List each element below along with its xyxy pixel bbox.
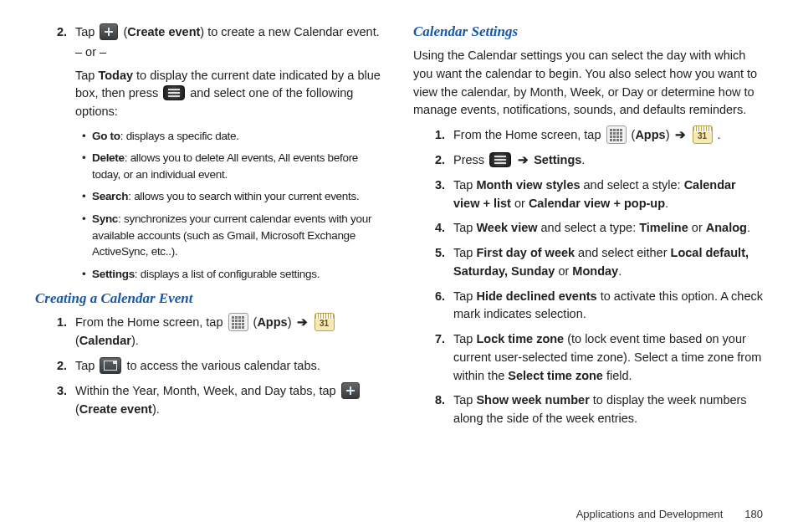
options-bullets: Go to: displays a specific date. Delete:… <box>35 128 385 283</box>
text: Tap <box>75 25 98 38</box>
heading-creating-event: Creating a Calendar Event <box>35 290 385 307</box>
arrow-icon: ➔ <box>295 315 309 329</box>
calendar-icon: 31 <box>315 313 335 331</box>
label-create-event: Create event <box>127 25 200 38</box>
right-column: Calendar Settings Using the Calendar set… <box>413 23 763 435</box>
bullet-goto: Go to: displays a specific date. <box>82 128 385 145</box>
continued-steps: 2. Tap (Create event) to create a new Ca… <box>35 23 385 121</box>
step-2: 2. Tap (Create event) to create a new Ca… <box>54 23 385 121</box>
bullet-sync: Sync: synchronizes your current calendar… <box>82 211 385 260</box>
step-body: Tap (Create event) to create a new Calen… <box>75 23 385 121</box>
text: Tap <box>75 69 98 82</box>
creating-event-steps: 1. From the Home screen, tap (Apps) ➔ 31… <box>35 314 385 418</box>
plus-icon <box>100 23 118 40</box>
or-divider: – or – <box>75 43 385 62</box>
settings-step-4: 4. Tap Week view and select a type: Time… <box>432 219 763 238</box>
apps-icon <box>606 125 627 144</box>
settings-step-6: 6. Tap Hide declined events to activate … <box>432 288 763 325</box>
bullet-search: Search: allows you to search within your… <box>82 188 385 205</box>
menu-icon <box>489 152 511 167</box>
settings-step-2: 2. Press ➔ Settings. <box>432 151 763 170</box>
settings-step-5: 5. Tap First day of week and select eith… <box>432 244 763 281</box>
arrow-icon: ➔ <box>516 153 530 166</box>
text: ) to create a new Calendar event. <box>200 25 379 38</box>
settings-step-3: 3. Tap Month view styles and select a st… <box>432 176 763 213</box>
create-step-2: 2. Tap to access the various calendar ta… <box>54 357 385 376</box>
create-step-1: 1. From the Home screen, tap (Apps) ➔ 31… <box>54 314 385 350</box>
settings-step-1: 1. From the Home screen, tap (Apps) ➔ 31… <box>432 126 763 145</box>
page-footer: Applications and Development 180 <box>576 508 763 520</box>
settings-step-7: 7. Tap Lock time zone (to lock event tim… <box>432 330 763 385</box>
left-column: 2. Tap (Create event) to create a new Ca… <box>35 23 385 435</box>
menu-icon <box>163 85 185 100</box>
step-number: 2. <box>54 23 75 121</box>
label-today: Today <box>98 69 133 82</box>
footer-section: Applications and Development <box>576 508 724 520</box>
bullet-delete: Delete: allows you to delete All events,… <box>82 150 385 182</box>
arrow-icon: ➔ <box>673 128 688 141</box>
plus-icon <box>341 382 360 399</box>
heading-calendar-settings: Calendar Settings <box>413 23 763 40</box>
settings-steps: 1. From the Home screen, tap (Apps) ➔ 31… <box>413 126 763 428</box>
create-step-3: 3. Within the Year, Month, Week, and Day… <box>54 382 385 419</box>
calendar-icon: 31 <box>693 125 713 144</box>
tabs-icon <box>100 357 121 374</box>
bullet-settings: Settings: displays a list of configurabl… <box>82 266 385 283</box>
apps-icon <box>228 313 248 331</box>
footer-page-number: 180 <box>744 508 763 520</box>
settings-intro: Using the Calendar settings you can sele… <box>413 47 763 120</box>
settings-step-8: 8. Tap Show week number to display the w… <box>432 391 763 428</box>
